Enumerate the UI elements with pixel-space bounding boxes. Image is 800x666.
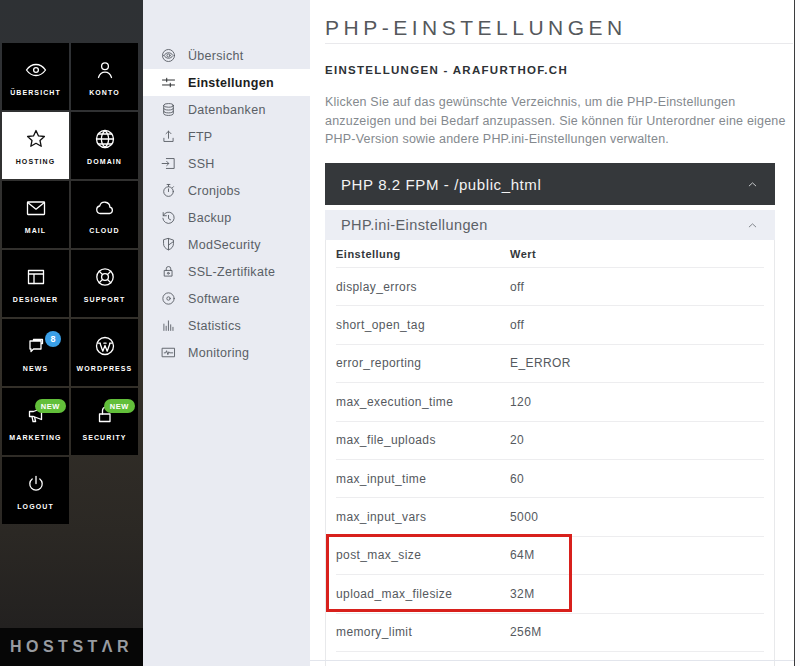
cloud-icon: [93, 196, 117, 220]
setting-value: 64M: [510, 548, 764, 562]
tile-label: SECURITY: [82, 434, 126, 441]
setting-row-display_errors[interactable]: display_errorsoff: [326, 268, 774, 306]
php-version-accordion[interactable]: PHP 8.2 FPM - /public_html: [325, 163, 775, 205]
tile-label: LOGOUT: [17, 503, 54, 510]
setting-value: 120: [510, 395, 764, 409]
tile-label: ÜBERSICHT: [10, 89, 61, 96]
upload-icon: [160, 128, 177, 145]
setting-value: off: [510, 280, 764, 294]
scrollbar-track[interactable]: [794, 0, 800, 666]
menu-item-label: ModSecurity: [188, 238, 261, 252]
tile-label: DESIGNER: [13, 296, 58, 303]
phpini-label: PHP.ini-Einstellungen: [341, 217, 488, 233]
menu-item-cronjobs[interactable]: Cronjobs: [143, 177, 310, 204]
menu-item-ssh[interactable]: SSH: [143, 150, 310, 177]
sidebar-tile-security[interactable]: SECURITYNEW: [71, 388, 138, 455]
menu-item-label: Statistics: [188, 319, 241, 333]
column-header-einstellung: Einstellung: [336, 248, 510, 260]
eye-icon: [24, 58, 48, 82]
tile-label: SUPPORT: [84, 296, 126, 303]
setting-value: 256M: [510, 625, 764, 639]
menu-item-label: Backup: [188, 211, 232, 225]
description-text: Klicken Sie auf das gewünschte Verzeichn…: [325, 93, 787, 149]
php-version-label: PHP 8.2 FPM - /public_html: [341, 176, 541, 193]
phpini-accordion[interactable]: PHP.ini-Einstellungen: [325, 210, 775, 240]
setting-row-max_input_time[interactable]: max_input_time60: [326, 460, 774, 498]
sidebar-tile-support[interactable]: SUPPORT: [71, 250, 138, 317]
disc-icon: [160, 290, 177, 307]
hoststar-panel: ÜBERSICHTKONTOHOSTINGDOMAINMAILCLOUDDESI…: [0, 0, 800, 666]
setting-row-upload_max_filesize[interactable]: upload_max_filesize32M: [326, 575, 774, 613]
setting-name: max_execution_time: [336, 395, 510, 409]
menu-item-ftp[interactable]: FTP: [143, 123, 310, 150]
setting-row-max_execution_time[interactable]: max_execution_time120: [326, 383, 774, 421]
chat-icon: [24, 334, 48, 358]
setting-name: max_input_time: [336, 472, 510, 486]
sidebar-tile-konto[interactable]: KONTO: [71, 43, 138, 110]
mail-icon: [24, 196, 48, 220]
menu-item-label: SSL-Zertifikate: [188, 265, 275, 279]
setting-row-error_reporting[interactable]: error_reportingE_ERROR: [326, 345, 774, 383]
tile-label: KONTO: [89, 89, 120, 96]
sidebar-tile-news[interactable]: NEWS8: [2, 319, 69, 386]
menu-item-label: Datenbanken: [188, 103, 266, 117]
column-header-wert: Wert: [510, 248, 764, 260]
eye-circle-icon: [160, 47, 177, 64]
menu-item-backup[interactable]: Backup: [143, 204, 310, 231]
menu-item--bersicht[interactable]: Übersicht: [143, 42, 310, 69]
tile-label: MAIL: [25, 227, 47, 234]
setting-row-memory_limit[interactable]: memory_limit256M: [326, 614, 774, 652]
setting-value: 32M: [510, 587, 764, 601]
sidebar-tile-cloud[interactable]: CLOUD: [71, 181, 138, 248]
menu-item-datenbanken[interactable]: Datenbanken: [143, 96, 310, 123]
page-title: PHP-EINSTELLUNGEN: [325, 16, 627, 40]
sidebar-tile-marketing[interactable]: MARKETINGNEW: [2, 388, 69, 455]
star-icon: [24, 127, 48, 151]
new-badge: NEW: [35, 399, 66, 413]
menu-item-monitoring[interactable]: Monitoring: [143, 339, 310, 366]
bar-chart-icon: [160, 317, 177, 334]
setting-name: memory_limit: [336, 625, 510, 639]
menu-item-label: Monitoring: [188, 346, 249, 360]
tile-label: NEWS: [23, 365, 48, 372]
setting-row-short_open_tag[interactable]: short_open_tagoff: [326, 306, 774, 344]
tile-label: WORDPRESS: [77, 365, 133, 372]
section-heading: EINSTELLUNGEN - ARAFURTHOF.CH: [325, 64, 568, 76]
sidebar-tile-designer[interactable]: DESIGNER: [2, 250, 69, 317]
sidebar-tiles: ÜBERSICHTKONTOHOSTINGDOMAINMAILCLOUDDESI…: [2, 43, 138, 524]
user-icon: [93, 58, 117, 82]
menu-item-label: FTP: [188, 130, 213, 144]
setting-value: 20: [510, 433, 764, 447]
sidebar-tile-mail[interactable]: MAIL: [2, 181, 69, 248]
menu-item-label: Einstellungen: [188, 76, 274, 90]
sidebar-tile-domain[interactable]: DOMAIN: [71, 112, 138, 179]
main-content: PHP-EINSTELLUNGEN EINSTELLUNGEN - ARAFUR…: [310, 0, 800, 666]
globe-icon: [93, 127, 117, 151]
sidebar-tile--bersicht[interactable]: ÜBERSICHT: [2, 43, 69, 110]
chevron-up-icon[interactable]: [746, 219, 759, 232]
padlock-icon: [160, 263, 177, 280]
title-divider: [325, 43, 793, 44]
sidebar-tile-hosting[interactable]: HOSTING: [2, 112, 69, 179]
new-badge: NEW: [104, 399, 135, 413]
tile-label: HOSTING: [16, 158, 56, 165]
menu-item-statistics[interactable]: Statistics: [143, 312, 310, 339]
sidebar-tile-wordpress[interactable]: WORDPRESS: [71, 319, 138, 386]
chevron-up-icon[interactable]: [746, 178, 759, 191]
sidebar-tile-logout[interactable]: LOGOUT: [2, 457, 69, 524]
menu-item-label: Cronjobs: [188, 184, 240, 198]
menu-item-einstellungen[interactable]: Einstellungen: [143, 69, 310, 96]
tile-label: DOMAIN: [87, 158, 122, 165]
menu-item-ssl-zertifikate[interactable]: SSL-Zertifikate: [143, 258, 310, 285]
setting-name: post_max_size: [336, 548, 510, 562]
ssh-icon: [160, 155, 177, 172]
tile-label: MARKETING: [9, 434, 61, 441]
menu-item-modsecurity[interactable]: ModSecurity: [143, 231, 310, 258]
setting-row-max_file_uploads[interactable]: max_file_uploads20: [326, 422, 774, 460]
menu-item-software[interactable]: Software: [143, 285, 310, 312]
hoststar-logo: HOSTSTΛR: [0, 628, 143, 666]
setting-row-post_max_size[interactable]: post_max_size64M: [326, 537, 774, 575]
setting-row-max_input_vars[interactable]: max_input_vars5000: [326, 498, 774, 536]
setting-name: short_open_tag: [336, 318, 510, 332]
lifebuoy-icon: [93, 265, 117, 289]
